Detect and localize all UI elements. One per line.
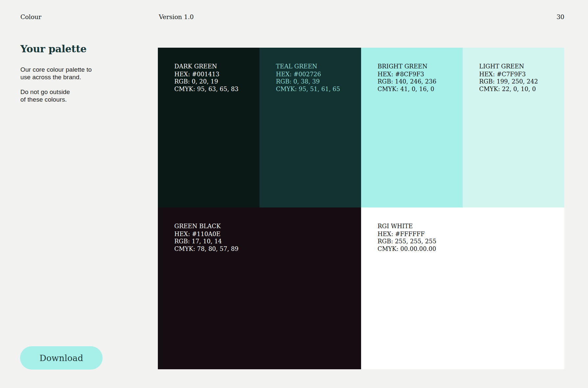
- swatch-teal-green: TEAL GREEN HEX: #002726 RGB: 0, 38, 39 C…: [259, 48, 361, 207]
- document-label: Colour: [20, 13, 41, 20]
- swatch-rgb: RGB: 255, 255, 255: [378, 238, 558, 245]
- swatch-green-black: GREEN BLACK HEX: #110A0E RGB: 17, 10, 14…: [158, 207, 361, 369]
- swatch-name: LIGHT GREEN: [479, 63, 558, 70]
- swatch-cmyk: CMYK: 00.00.00.00: [378, 245, 558, 253]
- swatch-rgb: RGB: 0, 20, 19: [174, 78, 253, 85]
- swatch-hex: HEX: #002726: [276, 71, 355, 78]
- swatch-light-green: LIGHT GREEN HEX: #C7F9F3 RGB: 199, 250, …: [463, 48, 564, 207]
- swatch-hex: HEX: #001413: [174, 71, 253, 78]
- swatch-rgb: RGB: 199, 250, 242: [479, 78, 558, 85]
- palette-grid: DARK GREEN HEX: #001413 RGB: 0, 20, 19 C…: [158, 48, 564, 369]
- page-title: Your palette: [20, 43, 132, 54]
- swatch-cmyk: CMYK: 78, 80, 57, 89: [174, 245, 355, 253]
- swatch-dark-green: DARK GREEN HEX: #001413 RGB: 0, 20, 19 C…: [158, 48, 259, 207]
- download-button[interactable]: Download: [20, 346, 103, 370]
- swatch-hex: HEX: #FFFFFF: [378, 230, 558, 238]
- swatch-rgb: RGB: 17, 10, 14: [174, 238, 355, 245]
- swatch-cmyk: CMYK: 95, 51, 61, 65: [276, 85, 355, 93]
- swatch-name: DARK GREEN: [174, 63, 253, 70]
- swatch-cmyk: CMYK: 95, 63, 65, 83: [174, 85, 253, 93]
- sidebar: Your palette Our core colour palette to …: [20, 43, 132, 103]
- swatch-bright-green: BRIGHT GREEN HEX: #8CF9F3 RGB: 140, 246,…: [361, 48, 463, 207]
- swatch-name: RGI WHITE: [378, 223, 558, 230]
- swatch-name: BRIGHT GREEN: [378, 63, 456, 70]
- swatch-hex: HEX: #C7F9F3: [479, 71, 558, 78]
- version-label: Version 1.0: [159, 13, 194, 20]
- swatch-rgb: RGB: 140, 246, 236: [378, 78, 456, 85]
- swatch-cmyk: CMYK: 22, 0, 10, 0: [479, 85, 558, 93]
- page-number: 30: [556, 13, 564, 20]
- swatch-cmyk: CMYK: 41, 0, 16, 0: [378, 85, 456, 93]
- swatch-rgb: RGB: 0, 38, 39: [276, 78, 355, 85]
- swatch-hex: HEX: #110A0E: [174, 230, 355, 238]
- swatch-hex: HEX: #8CF9F3: [378, 71, 456, 78]
- swatch-name: TEAL GREEN: [276, 63, 355, 70]
- restriction-paragraph: Do not go outside of these colours.: [20, 88, 132, 103]
- swatch-name: GREEN BLACK: [174, 223, 355, 230]
- swatch-rgi-white: RGI WHITE HEX: #FFFFFF RGB: 255, 255, 25…: [361, 207, 564, 369]
- intro-paragraph: Our core colour palette to use across th…: [20, 66, 132, 81]
